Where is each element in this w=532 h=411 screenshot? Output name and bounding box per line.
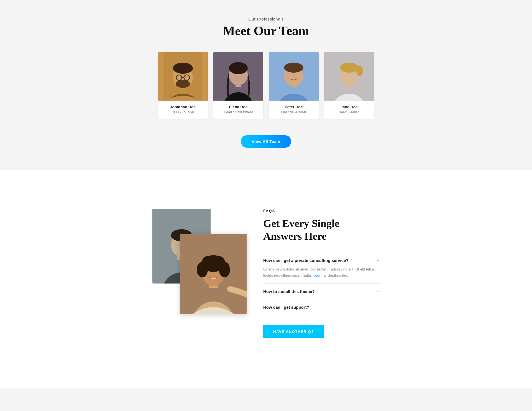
team-card-jonathan: Jonathan Doe CEO - Founder: [158, 52, 208, 119]
team-title: Meet Our Team: [6, 24, 526, 38]
team-card-jane: Jane Doe Team Leader: [324, 52, 374, 119]
team-photo-elena: [213, 52, 263, 101]
faq-question-3: How can i get support?: [263, 305, 309, 310]
team-photo-jane: [324, 52, 374, 101]
svg-point-20: [284, 63, 303, 73]
faq-question-row-1[interactable]: How can i get a private consulting servi…: [263, 257, 380, 263]
svg-point-14: [229, 62, 248, 74]
svg-point-4: [173, 63, 193, 74]
faq-item-3: How can i get support? +: [263, 299, 380, 315]
svg-point-44: [213, 256, 225, 269]
faq-images-container: [152, 209, 247, 314]
team-card-peter: Peter Doe Financial Adviser: [269, 52, 319, 119]
team-name-peter: Peter Doe: [272, 105, 316, 109]
team-role-peter: Financial Adviser: [272, 110, 316, 114]
jonathan-photo-svg: [158, 52, 208, 101]
faq-icon-plus-2: +: [376, 289, 380, 294]
faq-label: FAQS: [263, 209, 380, 213]
faq-question-1: How can i get a private consulting servi…: [263, 258, 349, 263]
faq-title-line2: Answers Here: [263, 230, 326, 242]
faq-content: FAQS Get Every Single Answers Here How c…: [263, 209, 380, 338]
faq-image-front: [180, 234, 247, 314]
team-grid: Jonathan Doe CEO - Founder: [155, 52, 377, 119]
faq-answer-link[interactable]: pulvinar: [314, 273, 327, 277]
svg-point-43: [202, 256, 214, 269]
team-photo-peter: [269, 52, 319, 101]
team-card-info-peter: Peter Doe Financial Adviser: [269, 101, 319, 119]
team-role-elena: Head of Investment: [216, 110, 260, 114]
faq-section-wrapper: FAQS Get Every Single Answers Here How c…: [0, 170, 532, 388]
team-card-info-elena: Elena Doe Head of Investment: [213, 101, 263, 119]
faq-question-row-3[interactable]: How can i get support? +: [263, 304, 380, 310]
team-card-info-jonathan: Jonathan Doe CEO - Founder: [158, 101, 208, 119]
team-card-elena: Elena Doe Head of Investment: [213, 52, 263, 119]
team-role-jane: Team Leader: [327, 110, 371, 114]
faq-icon-minus-1: −: [376, 257, 380, 263]
faq-front-photo-svg: [180, 234, 247, 314]
faq-title: Get Every Single Answers Here: [263, 217, 380, 242]
elena-photo-svg: [213, 52, 263, 101]
team-section: Our Professionals Meet Our Team: [0, 0, 532, 170]
peter-photo-svg: [269, 52, 319, 101]
team-name-jonathan: Jonathan Doe: [161, 105, 205, 109]
faq-item-2: How to install this theme? +: [263, 284, 380, 299]
jane-photo-svg: [324, 52, 374, 101]
team-subtitle: Our Professionals: [6, 17, 526, 21]
faq-icon-plus-3: +: [376, 304, 380, 310]
svg-point-26: [340, 63, 358, 73]
team-card-info-jane: Jane Doe Team Leader: [324, 101, 374, 119]
view-all-team-button[interactable]: View All Team: [241, 135, 291, 148]
faq-section: FAQS Get Every Single Answers Here How c…: [114, 187, 418, 366]
team-name-jane: Jane Doe: [327, 105, 371, 109]
team-name-elena: Elena Doe: [216, 105, 260, 109]
faq-item-1: How can i get a private consulting servi…: [263, 252, 380, 284]
faq-answer-1: Lorem ipsum dolor sit amet, consectetur …: [263, 266, 380, 278]
svg-point-27: [356, 66, 363, 76]
have-another-button[interactable]: HAVE ANOTHER Q?: [263, 325, 324, 338]
faq-title-line1: Get Every Single: [263, 218, 339, 229]
faq-question-row-2[interactable]: How to install this theme? +: [263, 289, 380, 294]
team-role-jonathan: CEO - Founder: [161, 110, 205, 114]
team-photo-jonathan: [158, 52, 208, 101]
svg-point-5: [176, 80, 190, 88]
faq-question-2: How to install this theme?: [263, 289, 315, 294]
